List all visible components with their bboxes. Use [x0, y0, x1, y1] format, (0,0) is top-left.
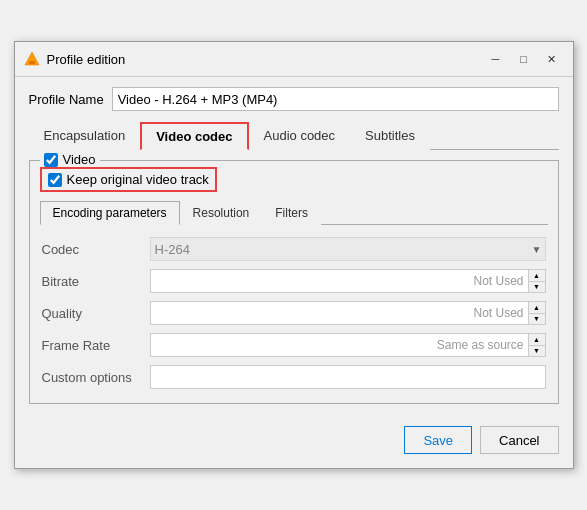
quality-down[interactable]: ▼: [529, 314, 545, 325]
framerate-label: Frame Rate: [42, 338, 142, 353]
window-body: Profile Name Encapsulation Video codec A…: [15, 77, 573, 468]
quality-spinbox: Not Used ▲ ▼: [150, 301, 546, 325]
tab-audio-codec[interactable]: Audio codec: [249, 122, 351, 150]
profile-name-label: Profile Name: [29, 92, 104, 107]
main-tabs: Encapsulation Video codec Audio codec Su…: [29, 121, 559, 150]
vlc-icon: [23, 50, 41, 68]
tab-encoding-params[interactable]: Encoding parameters: [40, 201, 180, 225]
video-legend-text: Video: [63, 152, 96, 167]
bitrate-up[interactable]: ▲: [529, 270, 545, 282]
inner-tabs: Encoding parameters Resolution Filters: [40, 200, 548, 225]
profile-edition-window: Profile edition ─ □ ✕ Profile Name Encap…: [14, 41, 574, 469]
framerate-down[interactable]: ▼: [529, 346, 545, 357]
save-button[interactable]: Save: [404, 426, 472, 454]
quality-value: Not Used: [151, 306, 528, 320]
codec-select[interactable]: H-264: [150, 237, 546, 261]
svg-rect-1: [29, 61, 35, 64]
custom-options-input[interactable]: [150, 365, 546, 389]
video-group-box: Video Keep original video track Encoding…: [29, 160, 559, 404]
bitrate-value: Not Used: [151, 274, 528, 288]
title-bar: Profile edition ─ □ ✕: [15, 42, 573, 77]
quality-row: Quality Not Used ▲ ▼: [40, 297, 548, 329]
title-bar-controls: ─ □ ✕: [483, 48, 565, 70]
quality-arrows: ▲ ▼: [528, 302, 545, 324]
minimize-button[interactable]: ─: [483, 48, 509, 70]
bitrate-arrows: ▲ ▼: [528, 270, 545, 292]
custom-options-label: Custom options: [42, 370, 142, 385]
codec-label: Codec: [42, 242, 142, 257]
cancel-button[interactable]: Cancel: [480, 426, 558, 454]
video-group-legend: Video: [40, 152, 100, 167]
video-checkbox[interactable]: [44, 153, 58, 167]
codec-select-wrapper: H-264 ▼: [150, 237, 546, 261]
framerate-up[interactable]: ▲: [529, 334, 545, 346]
tab-subtitles[interactable]: Subtitles: [350, 122, 430, 150]
tab-filters[interactable]: Filters: [262, 201, 321, 225]
quality-up[interactable]: ▲: [529, 302, 545, 314]
tab-encapsulation[interactable]: Encapsulation: [29, 122, 141, 150]
svg-rect-2: [30, 59, 34, 61]
profile-name-row: Profile Name: [29, 87, 559, 111]
framerate-row: Frame Rate Same as source ▲ ▼: [40, 329, 548, 361]
keep-original-label: Keep original video track: [67, 172, 209, 187]
bitrate-row: Bitrate Not Used ▲ ▼: [40, 265, 548, 297]
codec-row: Codec H-264 ▼: [40, 233, 548, 265]
tab-video-codec[interactable]: Video codec: [140, 122, 248, 150]
bitrate-spinbox: Not Used ▲ ▼: [150, 269, 546, 293]
window-title: Profile edition: [47, 52, 126, 67]
keep-original-checkbox[interactable]: [48, 173, 62, 187]
framerate-arrows: ▲ ▼: [528, 334, 545, 356]
bitrate-down[interactable]: ▼: [529, 282, 545, 293]
framerate-value: Same as source: [151, 338, 528, 352]
encoding-form: Codec H-264 ▼ Bitrate Not Used ▲: [40, 233, 548, 393]
keep-original-row: Keep original video track: [40, 167, 217, 192]
close-button[interactable]: ✕: [539, 48, 565, 70]
profile-name-input[interactable]: [112, 87, 559, 111]
footer: Save Cancel: [29, 412, 559, 454]
custom-options-row: Custom options: [40, 361, 548, 393]
quality-label: Quality: [42, 306, 142, 321]
title-bar-left: Profile edition: [23, 50, 126, 68]
tab-resolution[interactable]: Resolution: [180, 201, 263, 225]
bitrate-label: Bitrate: [42, 274, 142, 289]
framerate-spinbox: Same as source ▲ ▼: [150, 333, 546, 357]
maximize-button[interactable]: □: [511, 48, 537, 70]
video-checkbox-label[interactable]: Video: [44, 152, 96, 167]
